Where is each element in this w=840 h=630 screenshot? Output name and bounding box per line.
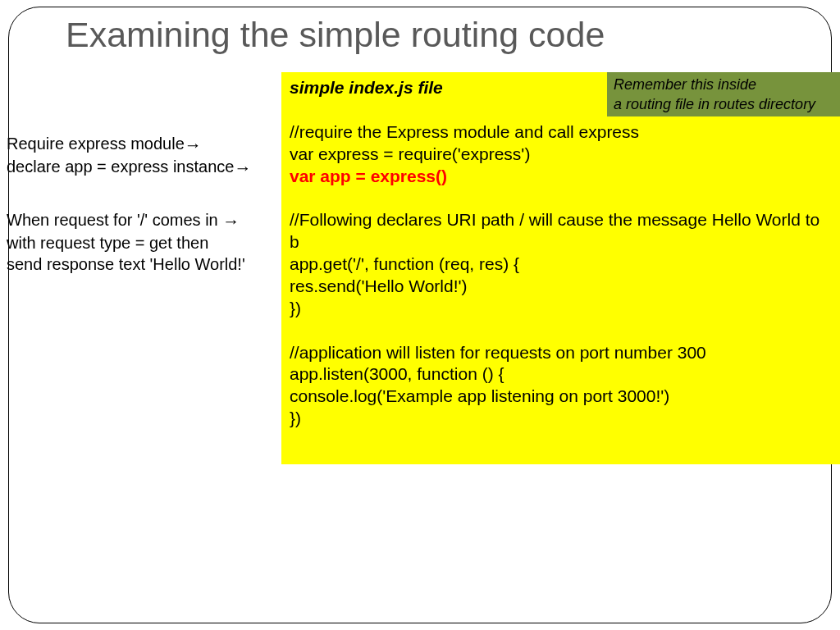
left-annotations: Require express module→ declare app = ex… xyxy=(7,133,281,275)
code-line: //require the Express module and call ex… xyxy=(290,121,833,144)
left-block-1: Require express module→ declare app = ex… xyxy=(7,133,281,180)
page-title: Examining the simple routing code xyxy=(66,15,605,55)
arrow-icon: → xyxy=(185,135,202,154)
code-line: }) xyxy=(290,298,833,320)
callout-line-1: Remember this inside xyxy=(614,75,834,94)
blank-line xyxy=(290,187,833,209)
left-line-2: declare app = express instance→ xyxy=(7,156,281,179)
left-line-5: send response text 'Hello World!' xyxy=(7,253,281,275)
code-line: //Following declares URI path / will cau… xyxy=(290,209,833,253)
code-line: var express = require('express') xyxy=(290,144,833,166)
code-line: console.log('Example app listening on po… xyxy=(290,386,833,408)
code-line: app.get('/', function (req, res) { xyxy=(290,253,833,276)
code-line-emphasis: var app = express() xyxy=(290,166,833,188)
left-line-3: When request for '/' comes in → xyxy=(7,209,281,232)
code-line: //application will listen for requests o… xyxy=(290,342,833,364)
left-line-1: Require express module→ xyxy=(7,133,281,156)
arrow-icon: → xyxy=(234,158,251,177)
callout-line-2: a routing file in routes directory xyxy=(614,94,834,114)
blank-line xyxy=(290,320,833,342)
code-line: res.send('Hello World!') xyxy=(290,276,833,298)
code-box: simple index.js file //require the Expre… xyxy=(281,72,840,464)
left-line-3-text: When request for '/' comes in xyxy=(7,211,222,229)
code-line: app.listen(3000, function () { xyxy=(290,363,833,386)
code-line: }) xyxy=(290,408,833,430)
left-block-2: When request for '/' comes in → with req… xyxy=(7,209,281,275)
left-line-4: with request type = get then xyxy=(7,232,281,253)
left-line-2-text: declare app = express instance xyxy=(7,158,234,176)
callout-box: Remember this inside a routing file in r… xyxy=(607,72,840,116)
left-line-1-text: Require express module xyxy=(7,135,185,153)
arrow-icon: → xyxy=(222,212,240,231)
